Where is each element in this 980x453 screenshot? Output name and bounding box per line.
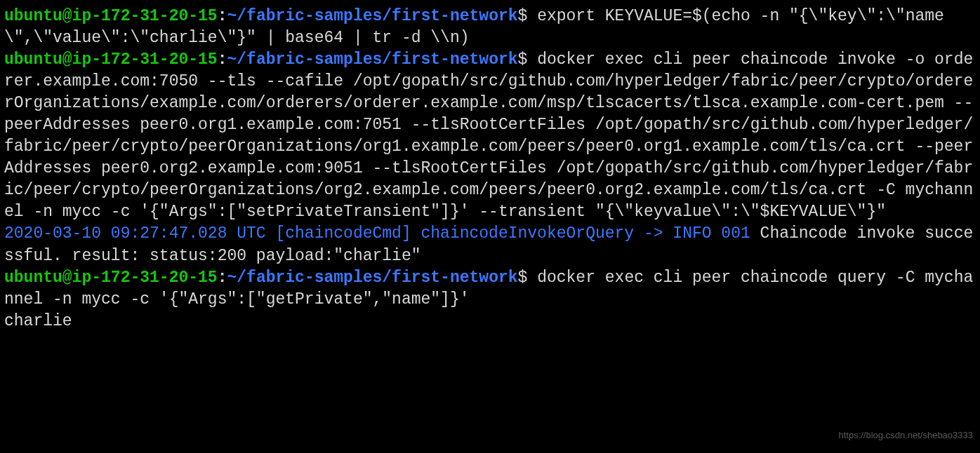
- watermark: https://blog.csdn.net/shebao3333: [838, 429, 973, 442]
- query-output: charlie: [4, 312, 72, 330]
- prompt-path: ~/fabric-samples/first-network: [227, 7, 517, 25]
- prompt-path: ~/fabric-samples/first-network: [227, 50, 517, 69]
- prompt-colon: :: [218, 269, 227, 287]
- prompt-symbol: $: [518, 7, 528, 25]
- prompt-user: ubuntu@ip-172-31-20-15: [4, 269, 218, 287]
- prompt-path: ~/fabric-samples/first-network: [227, 269, 517, 287]
- prompt-symbol: $: [518, 50, 528, 69]
- prompt-user: ubuntu@ip-172-31-20-15: [4, 50, 218, 69]
- prompt-symbol: $: [518, 269, 528, 287]
- prompt-user: ubuntu@ip-172-31-20-15: [4, 7, 218, 25]
- prompt-colon: :: [218, 50, 227, 69]
- command-2: docker exec cli peer chaincode invoke -o…: [4, 50, 973, 221]
- prompt-colon: :: [218, 7, 227, 25]
- log-timestamp: 2020-03-10 09:27:47.028 UTC [chaincodeCm…: [4, 224, 750, 243]
- terminal-output[interactable]: ubuntu@ip-172-31-20-15:~/fabric-samples/…: [4, 6, 976, 332]
